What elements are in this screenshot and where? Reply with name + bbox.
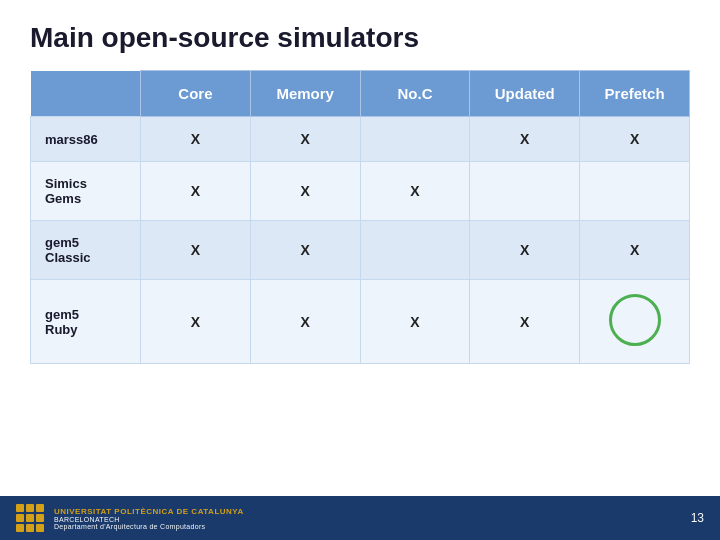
circle-highlight — [609, 294, 661, 346]
x-mark: X — [301, 314, 310, 330]
upc-logo — [16, 504, 44, 532]
row-name: gem5 Classic — [31, 221, 141, 280]
table-cell: X — [470, 221, 580, 280]
table-cell — [470, 162, 580, 221]
upc-text-block: UNIVERSITAT POLITÈCNICA DE CATALUNYA BAR… — [54, 507, 244, 530]
table-cell: X — [250, 280, 360, 364]
table-cell: X — [141, 221, 251, 280]
table-row: gem5 RubyXXXX — [31, 280, 690, 364]
col-header-prefetch: Prefetch — [580, 71, 690, 117]
table-cell: X — [250, 117, 360, 162]
table-cell: X — [141, 280, 251, 364]
upc-dot — [16, 504, 24, 512]
slide-title: Main open-source simulators — [0, 0, 720, 70]
upc-grid — [16, 504, 44, 532]
table-row: marss86XXXX — [31, 117, 690, 162]
table-cell — [360, 117, 470, 162]
row-name: Simics Gems — [31, 162, 141, 221]
x-mark: X — [191, 242, 200, 258]
upc-dot — [36, 524, 44, 532]
footer: UNIVERSITAT POLITÈCNICA DE CATALUNYA BAR… — [0, 496, 720, 540]
x-mark: X — [301, 242, 310, 258]
table-cell: X — [360, 162, 470, 221]
upc-sub1: BARCELONATECH — [54, 516, 244, 523]
upc-sub2: Departament d'Arquitectura de Computador… — [54, 523, 244, 530]
x-mark: X — [410, 314, 419, 330]
upc-institution: UNIVERSITAT POLITÈCNICA DE CATALUNYA — [54, 507, 244, 516]
table-cell: X — [470, 117, 580, 162]
x-mark: X — [520, 314, 529, 330]
x-mark: X — [191, 314, 200, 330]
x-mark: X — [301, 183, 310, 199]
table-cell: X — [141, 162, 251, 221]
slide: Main open-source simulators Core Memory … — [0, 0, 720, 540]
footer-left: UNIVERSITAT POLITÈCNICA DE CATALUNYA BAR… — [16, 504, 244, 532]
simulators-table: Core Memory No.C Updated Prefetch marss8… — [30, 70, 690, 364]
upc-dot — [26, 514, 34, 522]
col-header-name — [31, 71, 141, 117]
table-row: Simics GemsXXX — [31, 162, 690, 221]
upc-dot — [16, 514, 24, 522]
table-row: gem5 ClassicXXXX — [31, 221, 690, 280]
table-cell: X — [141, 117, 251, 162]
x-mark: X — [410, 183, 419, 199]
row-name: gem5 Ruby — [31, 280, 141, 364]
table-cell: X — [580, 221, 690, 280]
col-header-updated: Updated — [470, 71, 580, 117]
col-header-core: Core — [141, 71, 251, 117]
table-cell — [580, 280, 690, 364]
x-mark: X — [520, 131, 529, 147]
table-cell: X — [250, 162, 360, 221]
table-cell: X — [250, 221, 360, 280]
x-mark: X — [630, 242, 639, 258]
x-mark: X — [191, 183, 200, 199]
table-cell: X — [580, 117, 690, 162]
upc-dot — [36, 504, 44, 512]
page-number: 13 — [691, 511, 704, 525]
table-cell: X — [470, 280, 580, 364]
table-cell — [580, 162, 690, 221]
x-mark: X — [520, 242, 529, 258]
x-mark: X — [191, 131, 200, 147]
upc-dot — [16, 524, 24, 532]
col-header-memory: Memory — [250, 71, 360, 117]
col-header-noc: No.C — [360, 71, 470, 117]
upc-dot — [26, 504, 34, 512]
upc-dot — [36, 514, 44, 522]
table-cell: X — [360, 280, 470, 364]
x-mark: X — [301, 131, 310, 147]
x-mark: X — [630, 131, 639, 147]
row-name: marss86 — [31, 117, 141, 162]
content-area: Core Memory No.C Updated Prefetch marss8… — [0, 70, 720, 496]
upc-dot — [26, 524, 34, 532]
table-cell — [360, 221, 470, 280]
